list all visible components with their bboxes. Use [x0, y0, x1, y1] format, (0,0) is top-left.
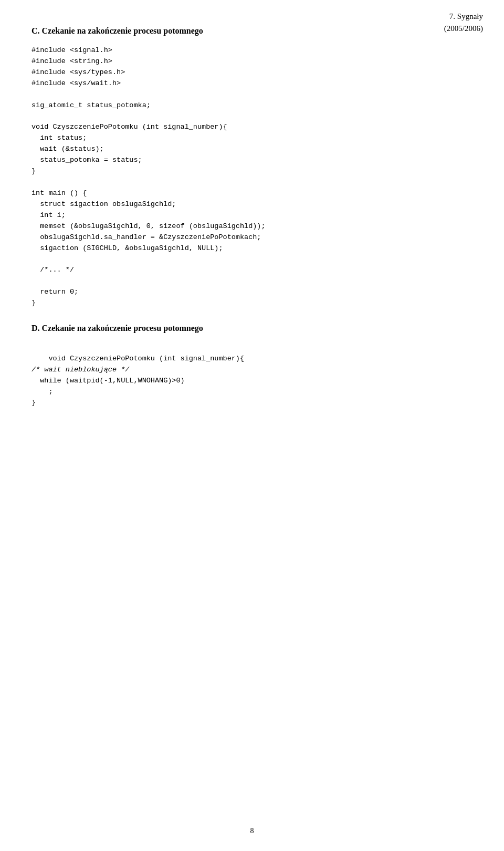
section-d-line2-comment: /* wait nieblokujące */ [32, 366, 129, 373]
header-line2: (2005/2006) [444, 23, 483, 35]
section-c-code: #include <signal.h> #include <string.h> … [32, 45, 472, 309]
page-number: 8 [250, 827, 254, 835]
section-d-code: void CzyszczeniePoPotomku (int signal_nu… [32, 343, 472, 419]
section-c-title: C. Czekanie na zakończenie procesu potom… [32, 26, 472, 36]
section-d-line4: ; [32, 388, 53, 396]
page-container: 7. Sygnały (2005/2006) C. Czekanie na za… [0, 0, 504, 851]
page-header: 7. Sygnały (2005/2006) [444, 11, 483, 34]
section-d-line1: void CzyszczeniePoPotomku (int signal_nu… [48, 355, 244, 362]
section-d-title: D. Czekanie na zakończenie procesu potom… [32, 324, 472, 333]
section-d-line3: while (waitpid(-1,NULL,WNOHANG)>0) [32, 377, 185, 385]
header-line1: 7. Sygnały [444, 11, 483, 23]
section-d-line5: } [32, 399, 36, 407]
